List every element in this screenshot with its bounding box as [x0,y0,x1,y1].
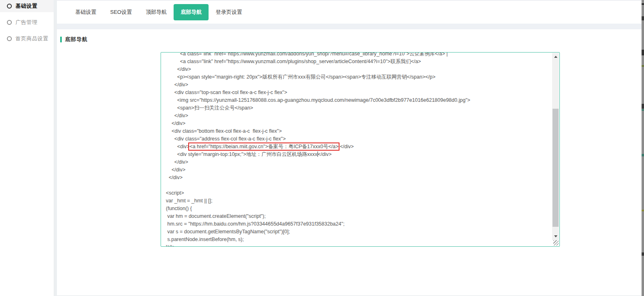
textarea-resize-grip-icon[interactable] [553,240,559,246]
circle-icon [7,20,12,25]
circle-icon [7,36,12,41]
code-line: })(); [166,243,552,246]
sidebar: 基础设置广告管理首页商品设置 [0,0,54,296]
code-line: <div class="top-scan flex-col flex-a-c f… [166,89,552,96]
page-title: 底部导航 [65,36,88,43]
section-header: 底部导航 [57,29,642,43]
scroll-up-button[interactable] [552,53,559,61]
code-text: <div class="address flex-col flex-a-c fl… [166,136,286,142]
sidebar-item-首页商品设置[interactable]: 首页商品设置 [0,33,54,45]
code-line: <div><a href="https://beian.miit.gov.cn"… [166,143,552,151]
sidebar-item-label: 广告管理 [15,19,37,26]
code-line: var _hmt = _hmt || []; [166,197,552,205]
code-line [166,182,552,189]
code-text: </div> [166,82,188,88]
code-text: <script> [166,190,184,196]
code-text: var s = document.getElementsByTagName("s… [166,229,290,235]
code-text: <div class="top-scan flex-col flex-a-c f… [166,90,287,95]
code-line: </div> [166,112,552,120]
code-line: hm.src = "https://hm.baidu.com/hm.js?033… [166,220,552,228]
code-text: (function() { [166,206,192,211]
code-text: </div> [338,144,354,149]
code-line: </div> [166,158,552,166]
code-line: <div style="margin-top:10px;">地址：广州市白云区机… [166,151,552,158]
circle-icon [7,4,12,9]
footer-nav-code-textarea[interactable]: <a class="link" href="https://www.yunzma… [161,52,560,247]
code-text: <div class="bottom flex-col flex-a-c fle… [166,128,282,134]
code-line: var s = document.getElementsByTagName("s… [166,228,552,236]
code-text: <a class="link" href="https://www.yunzma… [166,59,421,64]
main-panel: 基础设置SEO设置顶部导航底部导航登录页设置 底部导航 <a class="li… [57,0,642,296]
scrollbar-thumb[interactable] [553,109,559,227]
sidebar-item-基础设置[interactable]: 基础设置 [0,0,54,12]
code-line: <script> [166,189,552,197]
code-line: <p><span style="margin-right: 20px">版权所有… [166,73,552,81]
code-line: s.parentNode.insertBefore(hm, s); [166,236,552,243]
section-accent-bar-icon [60,37,62,42]
code-text: </div> [166,175,183,180]
triangle-down-icon [554,235,557,237]
code-text: <a class="link" href="https://www.yunzma… [166,53,448,57]
code-line: </div> [166,174,552,182]
code-line: (function() { [166,205,552,213]
code-text: <img src="https://yunzmall-1251768088.co… [166,97,470,103]
code-line: </div> [166,120,552,127]
code-line: </div> [166,66,552,73]
content-card: 底部导航 <a class="link" href="https://www.y… [57,29,642,296]
code-text: </div> [318,151,332,157]
code-content: <a class="link" href="https://www.yunzma… [161,53,552,246]
code-text: var hm = document.createElement("script"… [166,213,265,219]
code-text: </div> [166,113,188,118]
code-line: <a class="link" href="https://www.yunzma… [166,58,552,66]
tab-登录页设置[interactable]: 登录页设置 [209,4,249,20]
tab-bar: 基础设置SEO设置顶部导航底部导航登录页设置 [57,1,642,24]
scroll-down-button[interactable] [552,232,559,240]
section-separator [57,24,642,29]
code-viewport[interactable]: <a class="link" href="https://www.yunzma… [161,53,552,246]
sidebar-items: 基础设置广告管理首页商品设置 [0,0,54,45]
code-text: </div> [166,167,185,173]
code-text: </div> [166,159,188,165]
code-line: <a class="link" href="https://www.yunzma… [166,53,552,58]
sidebar-divider [54,0,57,296]
sidebar-item-label: 基础设置 [15,2,37,10]
code-line: <img src="https://yunzmall-1251768088.co… [166,96,552,104]
code-text: </div> [166,66,191,72]
highlight-red-box: <a href="https://beian.miit.gov.cn">备案号：… [189,144,338,149]
screen-edge-artifact [642,0,644,296]
triangle-up-icon [554,56,557,58]
code-text: var _hmt = _hmt || []; [166,198,213,204]
tab-底部导航[interactable]: 底部导航 [174,4,209,20]
code-line: var hm = document.createElement("script"… [166,213,552,220]
code-line: <span>扫一扫关注公众号</span> [166,104,552,112]
code-line: </div> [166,166,552,174]
code-text: <span>扫一扫关注公众号</span> [166,105,253,111]
code-text: <p><span style="margin-right: 20px">版权所有… [166,74,435,80]
code-text: <div> [166,144,189,149]
tab-基础设置[interactable]: 基础设置 [68,4,103,20]
code-text: })(); [166,244,174,246]
code-text: hm.src = "https://hm.baidu.com/hm.js?033… [166,221,344,227]
code-text: </div> [166,121,185,126]
sidebar-item-广告管理[interactable]: 广告管理 [0,16,54,29]
tab-SEO设置[interactable]: SEO设置 [103,4,139,20]
code-line: </div> [166,81,552,89]
code-line: <div class="bottom flex-col flex-a-c fle… [166,127,552,135]
code-line: <div class="address flex-col flex-a-c fl… [166,135,552,143]
sidebar-item-label: 首页商品设置 [15,35,48,42]
code-text: <div style="margin-top:10px;">地址：广州市白云区机… [166,151,318,157]
code-text: s.parentNode.insertBefore(hm, s); [166,237,244,242]
tab-顶部导航[interactable]: 顶部导航 [139,4,174,20]
editor-scrollbar[interactable] [552,53,559,240]
